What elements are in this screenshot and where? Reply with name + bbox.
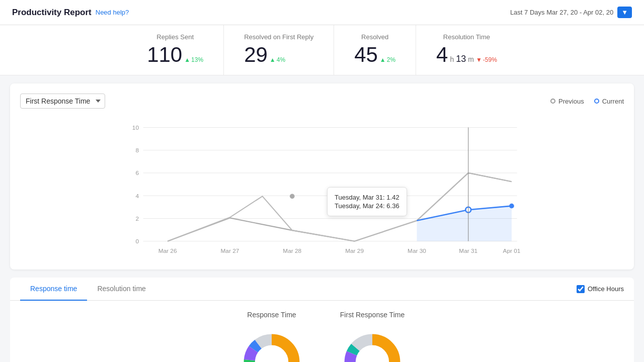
svg-text:Mar 30: Mar 30 (408, 247, 426, 254)
chart-section: First Response Time Response Time Resolu… (10, 83, 634, 269)
svg-text:4: 4 (135, 193, 139, 200)
donuts-section: Response Time First Response Time (10, 301, 634, 362)
previous-label: Previous (558, 98, 584, 105)
office-hours-label: Office Hours (588, 285, 624, 293)
chart-tooltip: Tuesday, Mar 31: 1.42 Tuesday, Mar 24: 6… (327, 187, 407, 216)
previous-dot (550, 99, 555, 104)
legend-previous: Previous (550, 98, 584, 105)
help-link[interactable]: Need help? (96, 9, 129, 16)
svg-text:2: 2 (135, 215, 139, 222)
stat-change: ▲ 4% (270, 56, 285, 63)
date-range: Last 7 Days Mar 27, 20 - Apr 02, 20 ▼ (510, 7, 632, 18)
stat-change: ▲ 13% (184, 56, 203, 63)
svg-point-19 (290, 194, 294, 199)
svg-text:6: 6 (135, 169, 139, 176)
svg-text:Mar 29: Mar 29 (345, 247, 364, 254)
chart-legend: Previous Current (550, 98, 624, 105)
stat-label: Replies Sent (147, 33, 203, 41)
stat-label: Resolved on First Reply (244, 33, 313, 41)
legend-current: Current (594, 98, 624, 105)
page-title: Productivity Report (12, 8, 92, 18)
page-header: Productivity Report Need help? Last 7 Da… (0, 0, 644, 25)
tooltip-line2: Tuesday, Mar 24: 6.36 (335, 202, 399, 210)
tabs-header: Response time Resolution time Office Hou… (10, 278, 634, 301)
donut-first-response: First Response Time (332, 311, 413, 362)
stat-change: ▲ 2% (380, 56, 395, 63)
donut-chart-first-response (332, 325, 413, 362)
tooltip-line1: Tuesday, Mar 31: 1.42 (335, 194, 399, 201)
current-label: Current (602, 98, 624, 105)
svg-text:8: 8 (135, 147, 139, 154)
stat-value: 29 ▲ 4% (244, 43, 313, 67)
chart-container: 10 8 6 4 2 0 Mar 26 Mar 27 Mar 28 Mar 29… (20, 117, 624, 259)
chart-metric-selector[interactable]: First Response Time Response Time Resolu… (20, 94, 105, 109)
date-dropdown-button[interactable]: ▼ (617, 7, 632, 18)
chart-header: First Response Time Response Time Resolu… (20, 94, 624, 109)
svg-text:Mar 26: Mar 26 (158, 247, 177, 254)
stat-change: ▼ -59% (476, 56, 497, 63)
svg-text:Mar 31: Mar 31 (459, 247, 477, 254)
svg-text:Mar 28: Mar 28 (283, 247, 301, 254)
line-chart: 10 8 6 4 2 0 Mar 26 Mar 27 Mar 28 Mar 29… (20, 117, 624, 257)
svg-text:Mar 27: Mar 27 (221, 247, 239, 254)
office-hours-checkbox[interactable] (577, 285, 585, 293)
stat-label: Resolved (354, 33, 395, 41)
svg-text:10: 10 (132, 124, 139, 131)
stat-value: 4 h 13 m ▼ -59% (436, 43, 497, 67)
current-dot (594, 99, 599, 104)
stat-value: 45 ▲ 2% (354, 43, 395, 67)
svg-point-22 (510, 204, 514, 208)
donut-response-time: Response Time (231, 311, 312, 362)
tab-response-time[interactable]: Response time (20, 278, 87, 301)
stat-value: 110 ▲ 13% (147, 43, 203, 67)
stat-label: Resolution Time (436, 33, 497, 41)
donut-title: First Response Time (332, 311, 413, 319)
svg-text:0: 0 (135, 238, 139, 245)
stat-resolution-time: Resolution Time 4 h 13 m ▼ -59% (416, 25, 517, 75)
tabs-list: Response time Resolution time (20, 278, 156, 300)
stat-replies-sent: Replies Sent 110 ▲ 13% (127, 25, 224, 75)
tab-resolution-time[interactable]: Resolution time (87, 278, 156, 301)
donut-title: Response Time (231, 311, 312, 319)
stats-bar: Replies Sent 110 ▲ 13% Resolved on First… (0, 25, 644, 75)
donut-chart-response (231, 325, 312, 362)
svg-text:Apr 01: Apr 01 (503, 247, 520, 254)
stat-first-reply: Resolved on First Reply 29 ▲ 4% (224, 25, 334, 75)
office-hours-control: Office Hours (577, 278, 624, 300)
stat-resolved: Resolved 45 ▲ 2% (334, 25, 416, 75)
tabs-section: Response time Resolution time Office Hou… (10, 278, 634, 301)
